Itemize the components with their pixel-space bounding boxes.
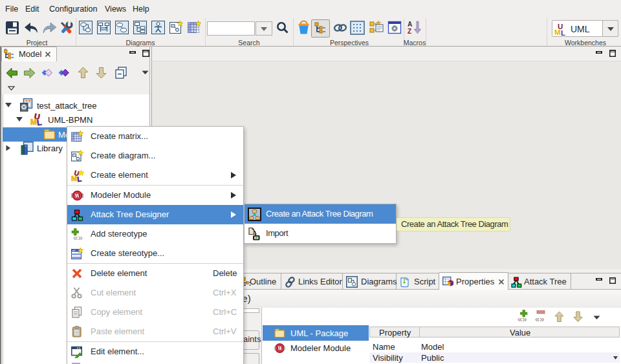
svg-text:«»: «» (518, 314, 527, 323)
svg-text:L: L (77, 175, 82, 182)
svg-text:«=: «= (72, 249, 76, 252)
svg-text:L: L (36, 118, 42, 126)
svg-text:A: A (408, 21, 412, 28)
svg-text:Z: Z (408, 28, 411, 35)
svg-text:L: L (561, 29, 565, 36)
svg-text:«»: «» (535, 314, 544, 323)
svg-text:M: M (554, 28, 561, 36)
svg-text:«»: «» (73, 233, 83, 241)
